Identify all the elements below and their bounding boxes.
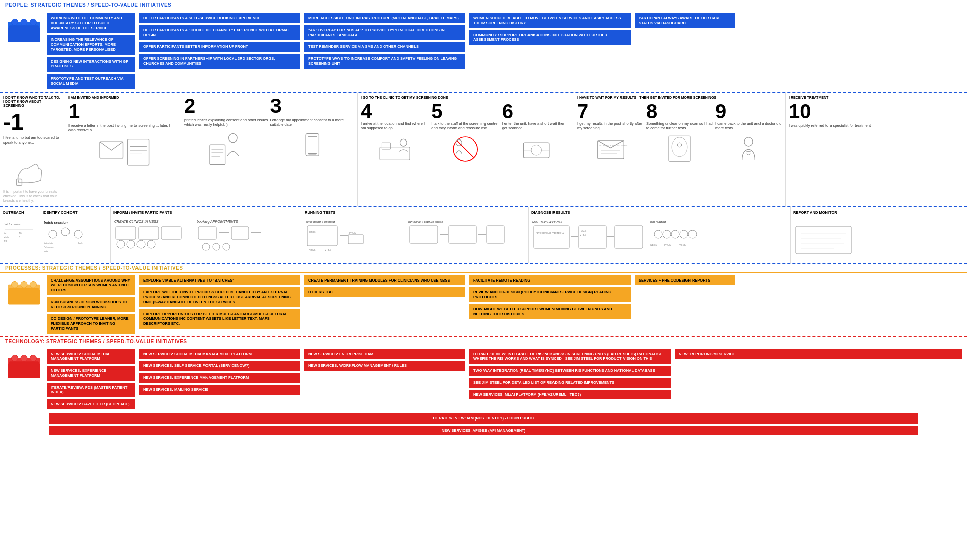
- process-btn-4-3[interactable]: HOW MIGHT WE BETTER SUPPORT WOMEN MOVING…: [469, 304, 631, 319]
- step-7-label: I HAVE TO WAIT FOR MY RESULTS - THEN GET…: [577, 96, 782, 99]
- svg-point-16: [229, 133, 238, 143]
- journey-steps-789: I HAVE TO WAIT FOR MY RESULTS - THEN GET…: [574, 93, 786, 206]
- process-btn-2-3[interactable]: EXPLORE OPPORTUNITIES FOR BETTER MULTI-L…: [139, 309, 300, 329]
- people-btn-3-4[interactable]: PROTOTYPE WAYS TO INCREASE COMFORT AND S…: [304, 54, 465, 69]
- tech-btn-2-3[interactable]: NEW SERVICES: EXPERIENCE MANAGEMENT PLAT…: [139, 373, 300, 383]
- svg-point-95: [654, 230, 662, 238]
- svg-rect-86: [534, 226, 569, 248]
- people-btn-2-2[interactable]: OFFER PARTICIPANTS A "CHOICE OF CHANNEL"…: [139, 25, 300, 40]
- tech-btn-1-2[interactable]: NEW SERVICES: EXPERIENCE MANAGEMENT PLAT…: [47, 366, 135, 381]
- tech-wide-btn-1[interactable]: ITERATE/REVIEW: IAM (NHS IDENTITY) - LOG…: [49, 413, 918, 424]
- svg-point-3: [21, 19, 27, 25]
- journey-map-section: I DON'T KNOW WHO TO TALK TO. I DON'T KNO…: [0, 92, 967, 207]
- lego-yellow-icon: [5, 277, 43, 308]
- svg-rect-6: [16, 179, 22, 186]
- leaflet-person-sketch: [184, 131, 268, 167]
- people-col5: PARTICPANT ALWAYS AWARE OF HER CARE STAT…: [635, 13, 735, 28]
- tech-btn-1-1[interactable]: NEW SERVICES: SOCIAL MEDIA MANAGEMENT PL…: [47, 349, 135, 364]
- svg-rect-57: [139, 227, 159, 239]
- process-btn-3-2[interactable]: OTHERS TBC: [304, 287, 465, 297]
- svg-point-36: [677, 143, 682, 147]
- process-btn-4-2[interactable]: REVIEW AND CO-DESIGN (POLICY+CLINICIAN+S…: [469, 287, 631, 302]
- process-btn-4-1[interactable]: FACILITATE REMOTE READING: [469, 275, 631, 286]
- tech-btn-3-1[interactable]: NEW SERVICES: ENTREPRISE DAM: [304, 349, 465, 359]
- process-running-label: RUNNING TESTS: [305, 210, 526, 215]
- process-inform-label: INFORM / INVITE PARTICIPANTS: [113, 210, 299, 215]
- people-col3: MORE ACCESSIBLE UNIT INFRASTRUCTURE (MUL…: [304, 13, 465, 69]
- letter-sketch: [68, 137, 178, 170]
- process-btn-2-1[interactable]: EXPLORE VIABLE ALTERNATIVES TO "BATCHES": [139, 275, 300, 286]
- svg-text:VTSS: VTSS: [580, 233, 587, 236]
- svg-point-97: [671, 230, 679, 238]
- process-diagnose-label: DIAGNOSE RESULTS: [531, 210, 788, 215]
- tech-btn-2-1[interactable]: NEW SERVICES: SOCIAL MEDIA MANAGEMENT PL…: [139, 349, 300, 359]
- process-header-text: PROCESSES: STRATEGIC THEMES / SPEED-TO-V…: [5, 265, 183, 271]
- journey-step-1: I AM INVITED AND INFORMED 1 I receive a …: [65, 93, 181, 206]
- people-lego-icon: [5, 15, 43, 46]
- step-neg1-label: I DON'T KNOW WHO TO TALK TO. I DON'T KNO…: [3, 96, 62, 108]
- tech-section-header: TECHNOLOGY: STRATEGIC THEMES / SPEED-TO-…: [0, 336, 967, 346]
- tech-btn-4-4[interactable]: NEW SERVICES: ML/AI PLATFORM (HPE/AzureM…: [469, 390, 671, 400]
- svg-rect-64: [198, 227, 216, 239]
- svg-rect-82: [449, 226, 476, 243]
- tech-col2: NEW SERVICES: SOCIAL MEDIA MANAGEMENT PL…: [139, 349, 300, 395]
- people-btn-3-1[interactable]: MORE ACCESSIBLE UNIT INFRASTRUCTURE (MUL…: [304, 13, 465, 23]
- tech-wide-btn-2[interactable]: NEW SERVICES: APIGEE (API MANAGEMENT): [49, 426, 918, 436]
- process-btn-2-2[interactable]: EXPLORE WHETHER INVITE PROCESS COULD BE …: [139, 287, 300, 307]
- svg-rect-84: [487, 226, 504, 243]
- svg-point-99: [688, 230, 697, 238]
- tech-btn-1-3[interactable]: ITERATE/REVIEW: PDS (MASTER PATIENT INDE…: [47, 383, 135, 398]
- step-4-text: I arrive at the location and find where …: [361, 121, 429, 131]
- tech-btn-5-1[interactable]: NEW: REPORTING/MI SERVICE: [675, 349, 962, 359]
- people-col2: OFFER PARTICIPANTS A SELF-SERVICE BOOKIN…: [139, 13, 300, 69]
- process-btn-1-1[interactable]: CHALLENGE ASSUMPTIONS AROUND WHY WE REDE…: [47, 275, 135, 295]
- svg-text:NBSS: NBSS: [650, 243, 657, 246]
- tech-btn-4-3[interactable]: SEE JIM STEEL FOR DETAILED LIST OF READI…: [469, 378, 671, 388]
- process-diagnose: DIAGNOSE RESULTS MDT REVIEW PANEL SCREEN…: [529, 207, 791, 263]
- svg-text:VTSS: VTSS: [679, 243, 686, 246]
- svg-rect-8: [128, 139, 149, 165]
- svg-point-116: [12, 355, 18, 361]
- reception-sketch: [361, 134, 429, 164]
- step-1-label: I AM INVITED AND INFORMED: [68, 96, 178, 99]
- svg-point-2: [12, 19, 18, 25]
- people-btn-2-3[interactable]: OFFER PARTICIPANTS BETTER INFORMATION UP…: [139, 42, 300, 52]
- people-btn-1-2[interactable]: INCREASING THE RELEVANCE OF COMMUNICATIO…: [47, 35, 135, 54]
- run-capture-sketch: run clinic + capture image: [407, 217, 508, 259]
- process-btn-5-1[interactable]: SERVICES + PHE CODESIGN REPORTS: [635, 275, 735, 286]
- step-8-number: 8: [646, 101, 713, 121]
- svg-rect-5: [9, 25, 39, 41]
- process-btn-3-1[interactable]: CREATE PERMANENT TRAINING MODULES FOR CL…: [304, 275, 465, 286]
- cohort-sketch: batch creation list olivia 3d alamo info…: [43, 217, 108, 259]
- process-lego-icon: [5, 277, 43, 309]
- tech-btn-2-4[interactable]: NEW SERVICES: MAILING SERVICE: [139, 385, 300, 395]
- people-btn-2-4[interactable]: OFFER SCREENING IN PARTNERSHIP WITH LOCA…: [139, 54, 300, 69]
- process-btn-1-2[interactable]: RUN BUSINESS DESIGN WORKSHOPS TO REDESIG…: [47, 297, 135, 312]
- process-section: PROCESSES: STRATEGIC THEMES / SPEED-TO-V…: [0, 264, 967, 336]
- tech-btn-4-1[interactable]: ITERATE/REVIEW: INTEGRATE OF RIS/PACS/NB…: [469, 349, 671, 364]
- people-btn-5-1[interactable]: PARTICPANT ALWAYS AWARE OF HER CARE STAT…: [635, 13, 735, 28]
- svg-line-24: [457, 141, 474, 158]
- process-btn-1-3[interactable]: CO-DESIGN / PROTOTYPE LEANER, MORE FLEXI…: [47, 314, 135, 333]
- svg-text:10: 10: [19, 232, 22, 235]
- people-btn-1-3[interactable]: DESIGNING NEW INTERACTIONS WITH GP PRACT…: [47, 57, 135, 72]
- people-btn-3-2[interactable]: "AR" OVERLAY FOR NHS APP TO PROVIDE HYPE…: [304, 25, 465, 40]
- steps-456-inner: 4 I arrive at the location and find wher…: [361, 101, 571, 203]
- tech-btn-3-2[interactable]: NEW SERVICES: WORKFLOW MANAGEMENT / RULE…: [304, 361, 465, 371]
- svg-text:PACS: PACS: [349, 231, 356, 234]
- svg-text:clinics: clinics: [309, 230, 316, 233]
- people-btn-4-1[interactable]: WOMEN SHOULD BE ABLE TO MOVE BETWEEN SER…: [469, 13, 631, 28]
- tech-btn-4-2[interactable]: TWO-WAY INTEGRATION (REAL TIME/SYNC) BET…: [469, 366, 671, 376]
- tech-btn-1-4[interactable]: NEW SERVICES: GAZETTEER (GEOPLACE): [47, 399, 135, 409]
- people-btn-1-1[interactable]: WORKING WITH THE COMMUNITY AND VOLUNTARY…: [47, 13, 135, 33]
- people-btn-4-2[interactable]: COMMUNITY / SUPPORT ORGANISATIONS INTEGR…: [469, 30, 631, 45]
- people-btn-3-3[interactable]: TEST REMINDER SERVICE VIA SMS AND OTHER …: [304, 42, 465, 52]
- people-btn-2-1[interactable]: OFFER PARTICIPANTS A SELF-SERVICE BOOKIN…: [139, 13, 300, 23]
- svg-rect-119: [9, 361, 39, 377]
- people-btn-1-4[interactable]: PROTOTYPE AND TEST OUTREACH VIA SOCIAL M…: [47, 74, 135, 89]
- tech-col1: NEW SERVICES: SOCIAL MEDIA MANAGEMENT PL…: [47, 349, 135, 409]
- svg-text:batch creation: batch creation: [4, 222, 21, 225]
- svg-point-69: [213, 243, 220, 250]
- tech-btn-2-2[interactable]: NEW SERVICES: SELF-SERVICE PORTAL (SERVI…: [139, 361, 300, 371]
- process-inform: INFORM / INVITE PARTICIPANTS CREATE CLIN…: [111, 207, 302, 263]
